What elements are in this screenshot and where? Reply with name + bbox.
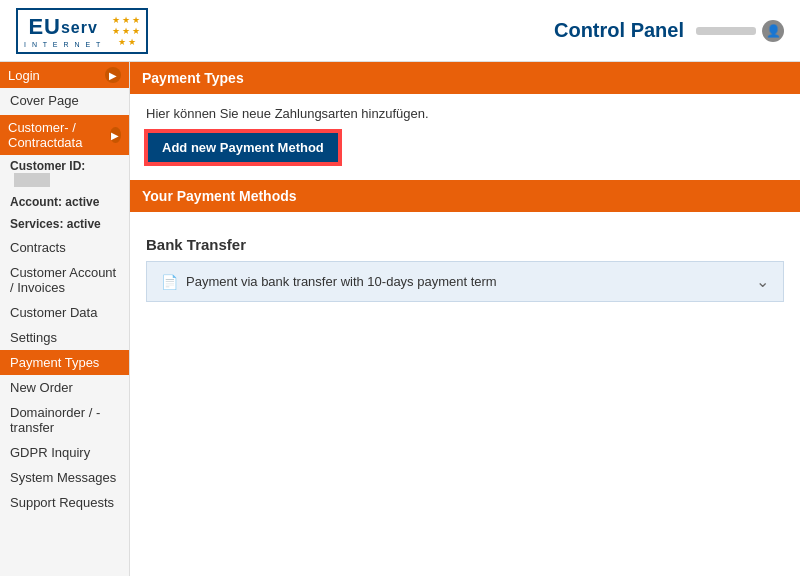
sidebar-item-label: Customer Data [10, 305, 97, 320]
document-icon: 📄 [161, 274, 178, 290]
sidebar-item-label: Contracts [10, 240, 66, 255]
star-icon: ★ [112, 15, 120, 25]
sidebar-item-label: Customer Account / Invoices [10, 265, 116, 295]
star-icon: ★ [112, 26, 120, 36]
sidebar-login-arrow: ▶ [105, 67, 121, 83]
main-content: Payment Types Hier können Sie neue Zahlu… [130, 62, 800, 576]
sidebar-item-label: Settings [10, 330, 57, 345]
layout: Login ▶ Cover Page Customer- / Contractd… [0, 62, 800, 576]
add-payment-method-button[interactable]: Add new Payment Method [146, 131, 340, 164]
logo-box: EUserv I N T E R N E T ★ ★ ★ ★ ★ ★ ★ ★ [16, 8, 148, 54]
services-status-label: Services: active [0, 213, 129, 235]
sidebar-item-gdpr-inquiry[interactable]: GDPR Inquiry [0, 440, 129, 465]
payment-row-text: Payment via bank transfer with 10-days p… [186, 274, 497, 289]
chevron-down-icon: ⌄ [756, 272, 769, 291]
star-icon: ★ [122, 15, 130, 25]
logo-area: EUserv I N T E R N E T ★ ★ ★ ★ ★ ★ ★ ★ [16, 8, 148, 54]
header: EUserv I N T E R N E T ★ ★ ★ ★ ★ ★ ★ ★ [0, 0, 800, 62]
user-avatar-icon[interactable]: 👤 [762, 20, 784, 42]
sidebar-item-cover-page[interactable]: Cover Page [0, 88, 129, 113]
sidebar-item-label: Domainorder / -transfer [10, 405, 100, 435]
your-payment-methods-header: Your Payment Methods [130, 180, 800, 212]
sidebar-login-label: Login [8, 68, 40, 83]
logo-internet: I N T E R N E T [24, 41, 102, 48]
stars-area: ★ ★ ★ ★ ★ ★ ★ ★ [112, 15, 140, 47]
sidebar: Login ▶ Cover Page Customer- / Contractd… [0, 62, 130, 576]
sidebar-item-system-messages[interactable]: System Messages [0, 465, 129, 490]
account-status-label: Account: active [0, 191, 129, 213]
your-payment-methods-label: Your Payment Methods [142, 188, 297, 204]
bank-transfer-payment-row[interactable]: 📄 Payment via bank transfer with 10-days… [146, 261, 784, 302]
customer-id-value: ——— [14, 173, 50, 187]
customer-id-row: Customer ID: ——— [0, 155, 129, 191]
description-text: Hier können Sie neue Zahlungsarten hinzu… [146, 106, 784, 121]
sidebar-item-payment-types[interactable]: Payment Types [0, 350, 129, 375]
star-icon: ★ [128, 37, 136, 47]
star-icon: ★ [118, 37, 126, 47]
sidebar-item-contracts[interactable]: Contracts [0, 235, 129, 260]
sidebar-item-domainorder-transfer[interactable]: Domainorder / -transfer [0, 400, 129, 440]
sidebar-item-new-order[interactable]: New Order [0, 375, 129, 400]
sidebar-item-customer-data[interactable]: Customer Data [0, 300, 129, 325]
payment-types-section-header: Payment Types [130, 62, 800, 94]
sidebar-item-label: Support Requests [10, 495, 114, 510]
star-icon: ★ [122, 26, 130, 36]
bank-transfer-title: Bank Transfer [130, 228, 800, 261]
payment-types-content: Hier können Sie neue Zahlungsarten hinzu… [130, 94, 800, 176]
customer-id-label: Customer ID: [10, 159, 85, 173]
sidebar-customer-contractdata-section[interactable]: Customer- / Contractdata ▶ [0, 115, 129, 155]
header-right: Control Panel 👤 [554, 19, 784, 42]
sidebar-customer-contractdata-label: Customer- / Contractdata [8, 120, 110, 150]
payment-row-left: 📄 Payment via bank transfer with 10-days… [161, 274, 497, 290]
logo-text: EUserv [28, 14, 97, 40]
sidebar-login-section[interactable]: Login ▶ [0, 62, 129, 88]
sidebar-item-settings[interactable]: Settings [0, 325, 129, 350]
user-bar [696, 27, 756, 35]
payment-methods-section: Bank Transfer 📄 Payment via bank transfe… [130, 228, 800, 302]
sidebar-item-label: Cover Page [10, 93, 79, 108]
sidebar-item-label: New Order [10, 380, 73, 395]
sidebar-item-customer-account-invoices[interactable]: Customer Account / Invoices [0, 260, 129, 300]
sidebar-item-support-requests[interactable]: Support Requests [0, 490, 129, 515]
sidebar-item-label: System Messages [10, 470, 116, 485]
star-icon: ★ [132, 15, 140, 25]
control-panel-title: Control Panel [554, 19, 684, 42]
user-icon-area: 👤 [696, 20, 784, 42]
star-icon: ★ [132, 26, 140, 36]
sidebar-item-label: Payment Types [10, 355, 99, 370]
sidebar-item-label: GDPR Inquiry [10, 445, 90, 460]
payment-types-header-label: Payment Types [142, 70, 244, 86]
sidebar-section-arrow: ▶ [110, 127, 121, 143]
